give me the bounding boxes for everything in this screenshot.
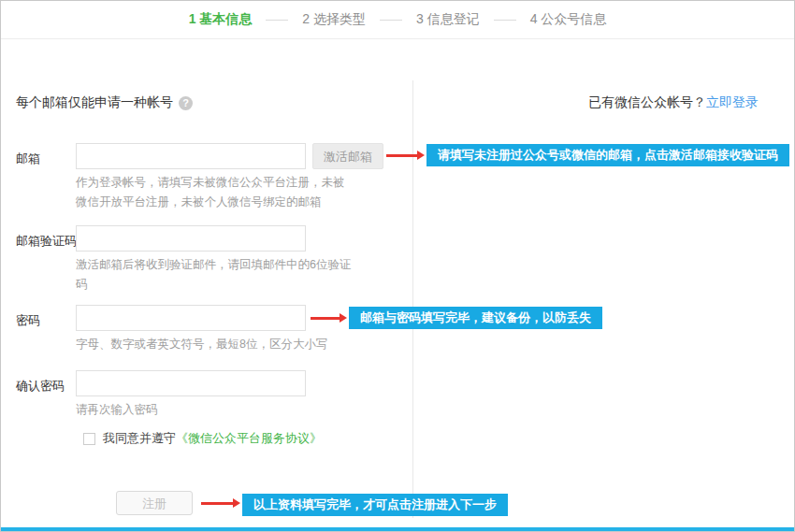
password-annotation-callout: 邮箱与密码填写完毕，建议备份，以防丢失: [349, 307, 602, 329]
arrow-head-icon: [417, 151, 425, 160]
step-account-info: 4 公众号信息: [530, 11, 607, 28]
register-button[interactable]: 注册: [116, 491, 193, 515]
arrow-head-icon: [340, 313, 347, 323]
arrow-line: [386, 154, 417, 157]
email-label: 邮箱: [16, 151, 40, 167]
confirm-password-input[interactable]: [76, 370, 306, 396]
email-annotation-callout: 请填写未注册过公众号或微信的邮箱，点击激活邮箱接收验证码: [426, 144, 789, 166]
confirm-password-label: 确认密码: [16, 378, 65, 395]
step-info-register: 3 信息登记: [416, 11, 480, 28]
agreement-checkbox[interactable]: [83, 433, 95, 445]
step-basic-info: 1 基本信息: [189, 11, 253, 28]
step-separator: [494, 20, 516, 21]
registration-page: 1 基本信息 2 选择类型 3 信息登记 4 公众号信息 每个邮箱仅能申请一种帐…: [0, 0, 795, 532]
email-input[interactable]: [76, 143, 306, 169]
arrow-to-submit-annotation: [201, 498, 240, 508]
help-question-icon[interactable]: ?: [179, 96, 193, 110]
arrow-line: [311, 317, 340, 320]
arrow-to-email-annotation: [386, 151, 425, 160]
existing-account-row: 已有微信公众帐号？立即登录: [588, 94, 759, 111]
agreement-text: 我同意并遵守: [103, 430, 176, 447]
login-now-link[interactable]: 立即登录: [706, 94, 759, 109]
arrow-head-icon: [233, 498, 240, 508]
service-agreement-link[interactable]: 《微信公众平台服务协议》: [176, 430, 322, 447]
email-helper-text: 作为登录帐号，请填写未被微信公众平台注册，未被微信开放平台注册，未被个人微信号绑…: [76, 173, 353, 212]
activate-email-button[interactable]: 激活邮箱: [312, 143, 383, 169]
vertical-divider: [412, 80, 413, 518]
existing-account-prompt: 已有微信公众帐号？: [588, 94, 706, 109]
email-code-label: 邮箱验证码: [16, 233, 77, 250]
step-separator: [266, 20, 288, 21]
bottom-accent-bar: [1, 527, 794, 531]
step-separator: [380, 20, 402, 21]
agreement-row: 我同意并遵守《微信公众平台服务协议》: [83, 430, 322, 447]
arrow-line: [201, 502, 233, 505]
confirm-password-helper-text: 请再次输入密码: [76, 400, 158, 420]
password-label: 密码: [16, 312, 40, 329]
password-input[interactable]: [76, 305, 306, 331]
email-code-input[interactable]: [76, 225, 306, 252]
submit-annotation-callout: 以上资料填写完毕，才可点击注册进入下一步: [242, 494, 508, 516]
password-helper-text: 字母、数字或者英文符号，最短8位，区分大小写: [76, 335, 327, 354]
step-choose-type: 2 选择类型: [302, 11, 366, 28]
email-limit-note: 每个邮箱仅能申请一种帐号 ?: [16, 94, 193, 111]
email-limit-note-text: 每个邮箱仅能申请一种帐号: [16, 94, 173, 111]
step-indicator: 1 基本信息 2 选择类型 3 信息登记 4 公众号信息: [1, 1, 794, 39]
email-code-helper-text: 激活邮箱后将收到验证邮件，请回填邮件中的6位验证码: [76, 255, 353, 295]
arrow-to-password-annotation: [311, 313, 347, 323]
